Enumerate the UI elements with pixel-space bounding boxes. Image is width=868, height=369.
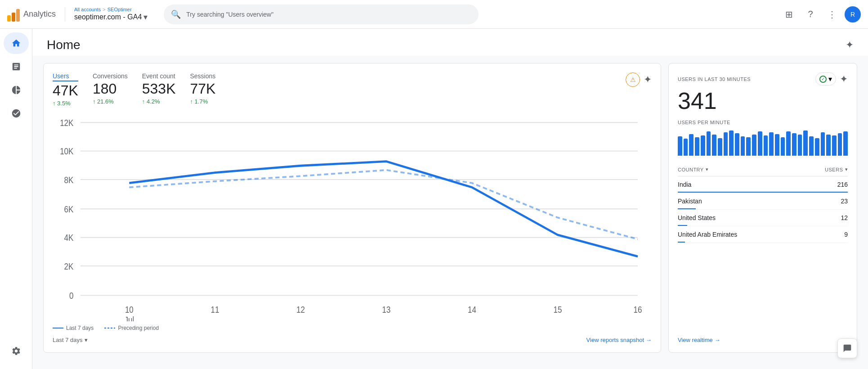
page-title: Home <box>47 38 81 52</box>
legend-preceding-period: Preceding period <box>104 325 159 331</box>
bar-chart-bar <box>735 133 739 156</box>
breadcrumb-chevron: > <box>103 7 105 12</box>
bar-chart-bar <box>758 131 762 156</box>
sidebar <box>0 29 32 369</box>
card-footer: Last 7 days ▾ View reports snapshot → <box>53 337 652 343</box>
help-icon[interactable]: ? <box>801 5 819 23</box>
nav-actions: ⊞ ? ⋮ R <box>780 5 861 23</box>
sidebar-item-explore[interactable] <box>4 79 29 101</box>
search-icon: 🔍 <box>171 9 181 19</box>
main-layout: Home ✦ Users 47K ↑ 3.5% Conversions 180 … <box>0 29 868 369</box>
country-bar-indicator <box>678 242 685 243</box>
metric-icons: ⚠ ✦ <box>626 72 652 87</box>
search-placeholder: Try searching "Users overview" <box>186 11 273 18</box>
svg-text:14: 14 <box>468 304 476 315</box>
metric-conversions-label: Conversions <box>93 72 128 80</box>
bar-chart-bar <box>741 136 745 156</box>
svg-text:6K: 6K <box>64 204 74 214</box>
country-table-row[interactable]: Pakistan 23 <box>678 193 848 210</box>
apps-icon[interactable]: ⊞ <box>780 5 798 23</box>
metric-users-change: ↑ 3.5% <box>53 100 78 107</box>
metric-event-count[interactable]: Event count 533K ↑ 4.2% <box>142 72 176 105</box>
users-per-minute-chart <box>678 129 848 156</box>
metric-event-count-label: Event count <box>142 72 176 80</box>
chart-legend: Last 7 days Preceding period <box>53 325 652 331</box>
line-chart: 12K 10K 8K 6K 4K 2K 0 10 Jul 11 12 13 14 <box>53 114 652 321</box>
svg-text:Jul: Jul <box>124 315 134 321</box>
svg-text:10K: 10K <box>60 146 73 157</box>
svg-text:0: 0 <box>69 290 73 301</box>
view-reports-snapshot-link[interactable]: View reports snapshot → <box>586 337 652 343</box>
bar-chart-bar <box>724 132 728 156</box>
logo-bar-3 <box>16 9 20 22</box>
svg-text:15: 15 <box>553 304 562 315</box>
realtime-card: USERS IN LAST 30 MINUTES ✓ ▾ ✦ 341 USERS… <box>668 63 857 353</box>
sparkle-icon[interactable]: ✦ <box>644 74 652 86</box>
breadcrumb-account[interactable]: SEOptimer <box>107 7 132 12</box>
metrics-row: Users 47K ↑ 3.5% Conversions 180 ↑ 21.6%… <box>53 72 652 107</box>
svg-text:8K: 8K <box>64 175 74 185</box>
svg-text:10: 10 <box>125 304 134 315</box>
more-options-icon[interactable]: ⋮ <box>823 5 841 23</box>
view-realtime-link[interactable]: View realtime → <box>678 337 848 343</box>
country-table-row[interactable]: India 216 <box>678 176 848 193</box>
bar-chart-bar <box>838 133 842 156</box>
bar-chart-bar <box>809 136 814 156</box>
svg-text:16: 16 <box>634 304 642 315</box>
metric-users-label: Users <box>53 72 78 81</box>
country-table-row[interactable]: United Arab Emirates 9 <box>678 226 848 243</box>
breadcrumb-all-accounts[interactable]: All accounts <box>74 7 101 12</box>
property-selector[interactable]: seoptimer.com - GA4 ▾ <box>74 12 148 22</box>
country-col-arrow: ▾ <box>706 166 709 172</box>
realtime-sparkle-icon[interactable]: ✦ <box>840 73 848 85</box>
customize-button[interactable]: ✦ <box>846 39 854 51</box>
bar-chart-bar <box>781 137 785 156</box>
sidebar-item-home[interactable] <box>4 32 29 54</box>
bar-chart-bar <box>707 131 711 156</box>
search-bar[interactable]: 🔍 Try searching "Users overview" <box>164 4 479 24</box>
country-table-header: COUNTRY ▾ USERS ▾ <box>678 163 848 176</box>
country-column-header[interactable]: COUNTRY ▾ <box>678 166 708 172</box>
metric-conversions-value: 180 <box>93 81 128 97</box>
country-table-body: India 216 Pakistan 23 United States 12 U… <box>678 176 848 243</box>
bar-chart-bar <box>752 135 756 156</box>
bar-chart-bar <box>826 135 831 156</box>
metric-sessions-label: Sessions <box>190 72 216 80</box>
nav-divider <box>65 7 65 22</box>
bar-chart-bar <box>815 138 819 156</box>
property-name: seoptimer.com - GA4 <box>74 13 142 21</box>
alert-icon[interactable]: ⚠ <box>626 72 640 87</box>
country-table-row[interactable]: United States 12 <box>678 210 848 226</box>
bar-chart-bar <box>764 135 768 156</box>
users-column-header[interactable]: USERS ▾ <box>825 166 848 172</box>
metric-users[interactable]: Users 47K ↑ 3.5% <box>53 72 78 107</box>
realtime-card-footer: View realtime → <box>678 333 848 343</box>
country-bar-indicator <box>678 208 696 209</box>
metric-sessions-value: 77K <box>190 81 216 97</box>
chat-fab-button[interactable] <box>837 338 857 358</box>
country-name: United States <box>678 214 716 221</box>
date-range-selector[interactable]: Last 7 days ▾ <box>53 337 88 343</box>
sidebar-item-reports[interactable] <box>4 56 29 77</box>
page-header: Home ✦ <box>32 29 868 56</box>
metric-event-count-value: 533K <box>142 81 176 97</box>
country-users-value: 23 <box>841 198 848 205</box>
brand: Analytics <box>7 7 56 22</box>
sidebar-item-settings[interactable] <box>4 340 29 362</box>
bar-chart-bar <box>678 136 682 156</box>
date-range-arrow: ▾ <box>85 337 88 343</box>
metric-conversions[interactable]: Conversions 180 ↑ 21.6% <box>93 72 128 105</box>
chart-area: 12K 10K 8K 6K 4K 2K 0 10 Jul 11 12 13 14 <box>53 114 652 321</box>
status-indicator[interactable]: ✓ ▾ <box>815 72 836 86</box>
bar-chart-bar <box>832 135 837 156</box>
brand-name: Analytics <box>23 9 56 19</box>
country-name: United Arab Emirates <box>678 231 737 238</box>
svg-text:2K: 2K <box>64 261 74 271</box>
sidebar-item-advertising[interactable] <box>4 103 29 124</box>
status-dot: ✓ <box>819 76 827 83</box>
metric-sessions[interactable]: Sessions 77K ↑ 1.7% <box>190 72 216 105</box>
avatar[interactable]: R <box>845 6 861 22</box>
brand-logo <box>7 7 20 22</box>
country-bar-indicator <box>678 192 848 193</box>
bar-chart-bar <box>729 130 734 156</box>
